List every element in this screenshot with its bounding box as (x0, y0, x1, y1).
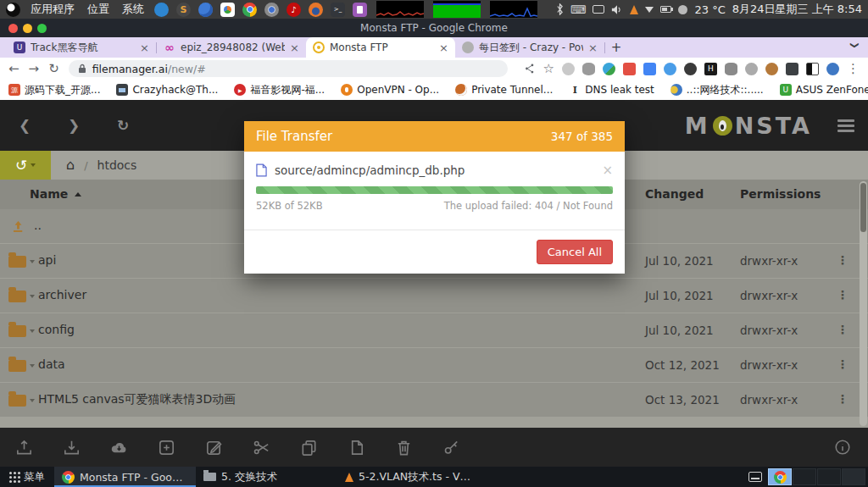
permissions-key-icon[interactable] (442, 438, 461, 457)
volume-icon[interactable] (611, 4, 623, 15)
workspace-1[interactable] (768, 468, 792, 485)
menu-places[interactable]: 位置 (85, 2, 112, 17)
cloud-download-icon[interactable] (109, 438, 129, 457)
column-header-changed[interactable]: Changed (645, 187, 704, 201)
edit-icon[interactable] (204, 438, 224, 457)
menu-applications[interactable]: 应用程序 (28, 2, 77, 17)
row-menu-icon[interactable]: ⋮ (837, 288, 849, 302)
column-header-name[interactable]: Name (30, 187, 68, 201)
info-icon[interactable] (833, 438, 853, 457)
vlc-tray-icon[interactable] (630, 5, 638, 14)
row-menu-icon[interactable]: ⋮ (837, 392, 849, 406)
bookmark-star-icon[interactable]: ☆ (543, 63, 554, 75)
extension-icon-6[interactable] (664, 63, 676, 75)
keyboard-layout-icon[interactable]: ⌨ (570, 4, 587, 15)
address-bar[interactable]: filemanager.ai/new/# (69, 60, 508, 77)
extension-icon-1[interactable] (562, 63, 575, 75)
screenshot-launcher-icon[interactable] (264, 3, 279, 17)
translate-extension-icon[interactable] (643, 63, 656, 75)
delete-icon[interactable] (394, 438, 414, 457)
cut-icon[interactable] (252, 438, 271, 457)
home-icon[interactable]: ⌂ (66, 158, 75, 172)
minimize-window-button[interactable] (23, 24, 32, 33)
bookmark-item[interactable]: ..::网络技术::..... (670, 83, 764, 97)
tab2-close-icon[interactable]: × (290, 42, 299, 54)
network-tray-icon[interactable] (645, 7, 654, 13)
editor-launcher-icon[interactable] (353, 3, 367, 17)
nav-forward-icon[interactable]: ❯ (49, 117, 98, 134)
music-launcher-icon[interactable] (287, 3, 301, 17)
workspace-4[interactable] (842, 468, 865, 485)
drawio-launcher-icon[interactable] (220, 3, 235, 17)
expand-caret-icon[interactable] (30, 260, 35, 263)
cpu-graph[interactable] (376, 1, 424, 18)
tab1-close-icon[interactable]: × (140, 42, 149, 54)
transfer-close-icon[interactable]: × (602, 163, 613, 178)
dialog-header[interactable]: File Transfer 347 of 385 (244, 121, 625, 152)
expand-caret-icon[interactable] (30, 295, 35, 298)
workspace-3[interactable] (817, 468, 841, 485)
messenger-launcher-icon[interactable] (154, 3, 169, 17)
cookie-extension-icon[interactable] (765, 63, 778, 75)
extension-icon-12[interactable] (786, 63, 798, 75)
scrollbar-track[interactable] (860, 181, 867, 426)
table-row-folder[interactable]: archiver Jul 10, 2021 drwxr-xr-x ⋮ (0, 279, 868, 313)
tab-daily-signin[interactable]: 每日签到 - Crazy - Powere × (455, 37, 604, 58)
extension-icon-13[interactable] (806, 63, 819, 75)
lock-icon[interactable] (78, 64, 86, 74)
cancel-all-button[interactable]: Cancel All (537, 240, 613, 264)
tab-epiz[interactable]: epiz_28948082 (Website × (157, 37, 306, 58)
input-method-icon[interactable] (748, 472, 762, 482)
expand-caret-icon[interactable] (30, 329, 35, 333)
extension-icon-3[interactable] (603, 63, 615, 75)
reload-button[interactable]: ↻ (48, 63, 59, 75)
row-menu-icon[interactable]: ⋮ (837, 253, 849, 267)
row-menu-icon[interactable]: ⋮ (837, 323, 849, 336)
bookmark-item[interactable]: OpenVPN - Op... (341, 84, 439, 96)
paste-icon[interactable] (347, 438, 366, 457)
extension-icon-4[interactable] (623, 63, 636, 75)
bluetooth-icon[interactable] (556, 3, 564, 15)
expand-caret-icon[interactable] (30, 364, 35, 368)
extension-icon-9[interactable] (725, 63, 737, 75)
table-row-folder[interactable]: data Oct 12, 2021 drwxr-xr-x ⋮ (0, 348, 868, 383)
bookmark-item[interactable]: 源码下载_开源... (8, 83, 100, 97)
task-file-manager[interactable]: 5. 交换技术 (196, 467, 337, 487)
nav-back-icon[interactable]: ❮ (0, 117, 49, 134)
row-menu-icon[interactable]: ⋮ (837, 357, 849, 371)
browser-launcher-icon[interactable] (198, 3, 213, 17)
column-header-permissions[interactable]: Permissions (740, 187, 821, 201)
extension-icon-2[interactable] (582, 63, 595, 75)
breadcrumb-path[interactable]: htdocs (97, 158, 137, 172)
extension-icon-10[interactable] (745, 63, 758, 75)
menu-system[interactable]: 系统 (120, 2, 147, 17)
firefox-launcher-icon[interactable] (309, 3, 323, 17)
tab-track-nav[interactable]: Track黑客导航 × (7, 37, 156, 58)
bookmark-item[interactable]: DNS leak test (569, 84, 654, 96)
download-icon[interactable] (62, 438, 81, 457)
task-vlc[interactable]: 5-2.VLAN技术.ts - VLC me... (337, 467, 479, 487)
app-menu-icon[interactable] (837, 119, 854, 132)
browser-menu-icon[interactable]: ⋮ (847, 63, 860, 75)
bookmark-item[interactable]: ASUS ZenFone... (780, 84, 868, 96)
tab3-close-icon[interactable]: × (439, 42, 448, 54)
table-row-folder[interactable]: HTML5 canvas可爱猫咪表情3D动画 Oct 13, 2021 drwx… (0, 383, 868, 418)
weather-icon[interactable] (678, 5, 687, 14)
close-window-button[interactable] (8, 24, 18, 33)
extension-icon-14[interactable] (826, 63, 839, 75)
forward-button[interactable]: → (29, 63, 40, 75)
bookmark-item[interactable]: Private Tunnel... (455, 84, 553, 96)
tab-search-chevron-icon[interactable]: ❯ (849, 42, 859, 48)
network-graph[interactable] (490, 1, 537, 18)
sublime-launcher-icon[interactable] (176, 3, 191, 17)
workspace-2[interactable] (793, 468, 816, 485)
extension-icon-7[interactable] (684, 63, 697, 75)
distro-menu-icon[interactable] (6, 3, 20, 17)
tab-monsta-ftp[interactable]: Monsta FTP × (306, 37, 455, 58)
table-row-folder[interactable]: config Jul 10, 2021 drwxr-xr-x ⋮ (0, 313, 868, 348)
whisker-menu-button[interactable]: 菜单 (0, 467, 54, 487)
bookmark-item[interactable]: Crazyhack@Th... (116, 84, 218, 96)
clock-label[interactable]: 8月24日星期三 上午 8:54 (732, 2, 862, 17)
connection-history-button[interactable]: ↺ (0, 151, 51, 180)
expand-caret-icon[interactable] (30, 399, 35, 402)
